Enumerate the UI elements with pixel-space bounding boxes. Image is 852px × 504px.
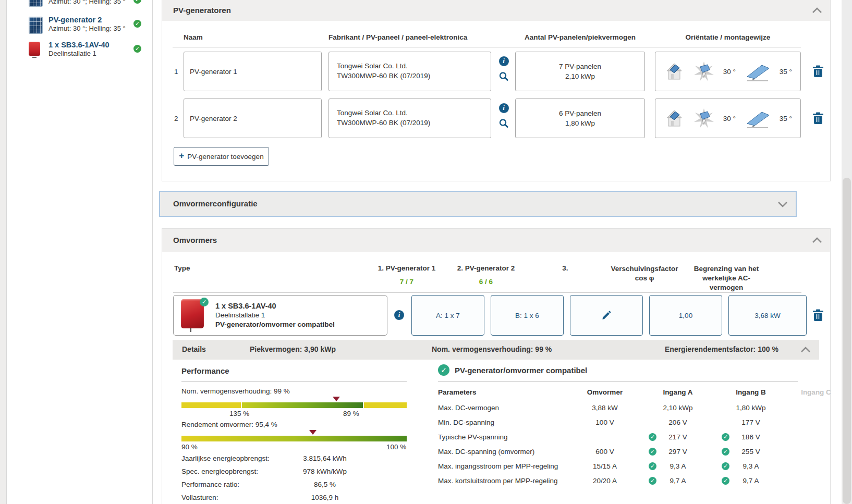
stat-label: Jaarlijkse energieopbrengst: [181,454,270,462]
bar1-marker [333,397,340,401]
input-b-value: ✓255 V [714,448,787,456]
inverter-row: ✓ 1 x SB3.6-1AV-40 Deelinstallatie 1 PV-… [173,295,820,336]
pv-generator-row: 1 Tongwei Solar Co. Ltd. TW300MWP-60 BK … [173,52,831,92]
input-b-value: ✓9,7 A [714,477,787,485]
info-icon[interactable]: i [394,310,404,320]
ac-limit-box[interactable]: 3,68 kW [728,295,807,336]
pv-generators-header[interactable]: PV-generatoren [162,0,830,21]
inverter-subinstallation: Deelinstallatie 1 [215,311,335,320]
input-a-value: ✓9,7 A [641,477,714,485]
energy-factor-summary: Energierendementsfactor: 100 % [665,345,778,353]
panel-count-box[interactable]: 7 PV-panelen 2,10 kWp [515,52,645,91]
inverter-value: 600 V [568,448,641,456]
add-pv-generator-button[interactable]: + PV-generator toevoegen [174,147,269,166]
chevron-up-icon[interactable] [811,5,823,16]
check-ok-icon: ✓ [649,433,656,441]
inverter-type-card[interactable]: ✓ 1 x SB3.6-1AV-40 Deelinstallatie 1 PV-… [173,295,387,336]
check-ok-icon: ✓ [133,0,141,4]
compatibility-heading: PV-generator/omvormer compatibel [455,366,587,375]
chevron-down-icon[interactable] [776,199,789,210]
manufacturer-name: Tongwei Solar Co. Ltd. [337,61,430,71]
chevron-up-icon[interactable] [799,344,812,355]
check-ok-icon: ✓ [649,462,656,470]
panel-count: 6 PV-panelen [559,108,601,118]
sidebar: PV-generator 1 Azimut: 30 °; Helling: 35… [7,0,153,504]
inverter-type-title: 1 x SB3.6-1AV-40 [215,301,335,311]
bar1-tick-135: 135 % [229,410,249,417]
tilt-panel-icon [744,61,771,82]
column-header-input-c: Ingang C [787,388,845,396]
pv-generator-name-input[interactable] [184,99,321,138]
panel-count-box[interactable]: 6 PV-panelen 1,80 kWp [515,99,645,138]
inverter-configuration-panel[interactable]: Omvormerconfiguratie [159,191,797,217]
tilt-panel-icon [744,108,771,129]
input-a-value: 206 V [641,419,714,426]
panel-count: 7 PV-panelen [559,62,601,71]
delete-icon[interactable] [812,309,824,322]
pv-generator-name-input[interactable] [184,52,321,91]
peak-power-summary: Piekvermogen: 3,90 kWp [250,345,336,353]
delete-icon[interactable] [812,65,824,78]
inverter-icon [29,42,40,56]
stat-label: Vollasturen: [181,494,218,501]
search-icon[interactable] [498,71,509,82]
sidebar-item-pv-generator-2[interactable]: PV-generator 2 Azimut: 30 °; Helling: 35… [7,16,153,39]
column-header-parameters: Parameters [438,388,568,396]
cos-phi-box[interactable]: 1,00 [649,295,722,336]
parameter-row: Max. kortsluitstroom per MPP-regeling 20… [438,477,803,489]
parameters-header-row: Parameters Omvormer Ingang A Ingang B In… [438,388,803,401]
nominal-ratio-summary: Nom. vermogensverhouding: 99 % [432,345,552,353]
section-divider [438,381,798,382]
parameter-row: Typische PV-spanning ✓217 V ✓186 V [438,433,803,446]
sidebar-item-pv-generator-1[interactable]: PV-generator 1 Azimut: 30 °; Helling: 35… [7,0,153,11]
inverter-value: 100 V [568,419,641,426]
input-c-edit-box[interactable] [570,295,643,336]
details-bar[interactable]: Details Piekvermogen: 3,90 kWp Nom. verm… [173,340,819,360]
sidebar-item-inverter[interactable]: 1 x SB3.6-1AV-40 Deelinstallatie 1 ✓ [7,41,153,64]
inverter-efficiency-bar [181,436,407,441]
orientation-box[interactable]: 30 ° 35 ° [655,52,801,91]
inverters-header[interactable]: Omvormers [162,229,830,252]
check-ok-icon: ✓ [722,477,729,485]
roof-mount-icon [664,107,685,129]
gen1-assigned-count: 7 / 7 [370,278,443,286]
input-a-value: 2,10 kWp [641,404,714,412]
input-a-value: ✓297 V [641,448,714,456]
input-b-assignment-box[interactable]: B: 1 x 6 [491,295,564,336]
delete-icon[interactable] [812,112,824,125]
panel-title: Omvormers [173,236,217,244]
orientation-box[interactable]: 30 ° 35 ° [655,99,801,138]
info-icon[interactable]: i [499,56,509,66]
column-header-input-a: Ingang A [641,388,714,396]
azimuth-value: 30 ° [723,68,736,76]
column-header-manufacturer: Fabrikant / PV-paneel / paneel-elektroni… [328,33,467,41]
performance-heading: Performance [181,366,229,375]
sidebar-item-subtitle: Azimut: 30 °; Helling: 35 ° [48,0,126,5]
input-b-value: B: 1 x 6 [515,312,539,319]
ac-limit-value: 3,68 kW [754,312,781,319]
module-select-box[interactable]: Tongwei Solar Co. Ltd. TW300MWP-60 BK (0… [328,99,491,138]
input-a-assignment-box[interactable]: A: 1 x 7 [411,295,484,336]
pencil-icon [601,310,612,321]
module-select-box[interactable]: Tongwei Solar Co. Ltd. TW300MWP-60 BK (0… [328,52,491,91]
search-icon[interactable] [498,118,509,129]
module-type: TW300MWP-60 BK (07/2019) [337,71,430,81]
name-field-wrap [184,99,322,138]
column-header-count: Aantal PV-panelen/piekvermogen [515,33,645,41]
stat-value: 3.815,64 kWh [286,454,364,462]
inverter-value: 20/20 A [568,477,641,485]
peak-power: 2,10 kWp [565,71,595,81]
column-header-type: Type [174,264,190,272]
pv-panel-icon [29,0,43,7]
input-b-value: ✓9,3 A [714,462,787,470]
scrollbar-track[interactable] [842,0,852,504]
scrollbar-thumb[interactable] [843,178,851,504]
sidebar-item-subtitle: Deelinstallatie 1 [48,50,96,57]
parameter-row: Max. DC-spanning (omvormer) 600 V ✓297 V… [438,448,803,460]
info-icon[interactable]: i [499,103,509,113]
header-divider [173,47,801,47]
chevron-up-icon[interactable] [811,235,823,246]
check-ok-icon: ✓ [133,45,141,53]
panel-title: Omvormerconfiguratie [173,199,258,208]
peak-power: 1,80 kWp [565,118,595,128]
